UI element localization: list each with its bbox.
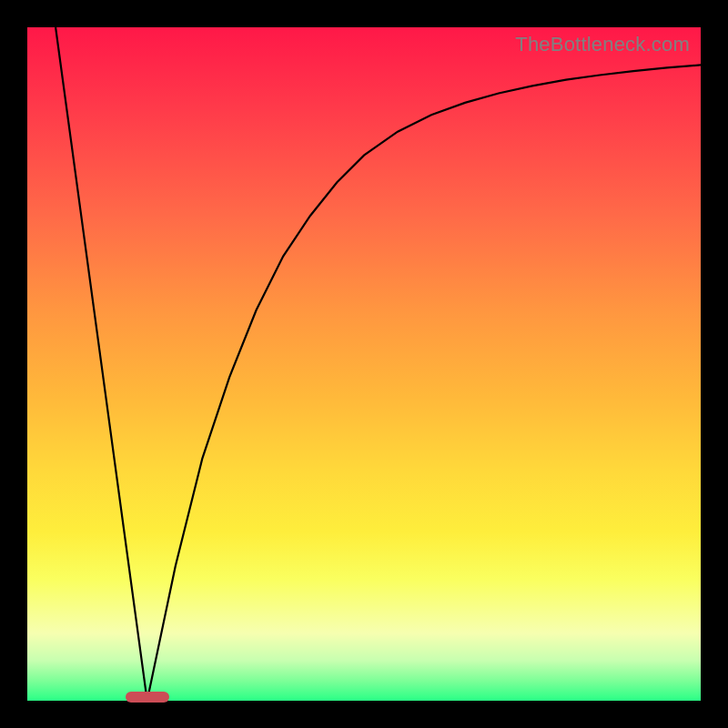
chart-frame: TheBottleneck.com: [0, 0, 728, 728]
plot-area: TheBottleneck.com: [27, 27, 701, 701]
optimum-marker: [126, 692, 169, 703]
bottleneck-curve: [27, 27, 701, 701]
curve-path: [56, 27, 701, 701]
